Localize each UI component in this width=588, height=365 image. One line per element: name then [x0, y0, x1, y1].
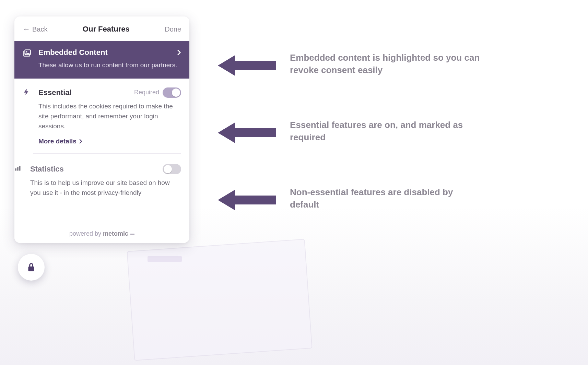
features-card: ← Back Our Features Done Embedded Con: [14, 16, 189, 243]
required-label: Required: [134, 89, 159, 96]
annotation-2: Essential features are on, and marked as…: [218, 119, 482, 145]
arrow-left-icon: [218, 121, 276, 145]
annotation-text: Essential features are on, and marked as…: [290, 119, 482, 144]
back-label: Back: [32, 25, 47, 33]
back-button[interactable]: ← Back: [23, 25, 47, 33]
more-details-label: More details: [38, 138, 77, 145]
section-embedded-content[interactable]: Embedded Content These allow us to run c…: [14, 41, 189, 79]
footer-prefix: powered by: [69, 230, 103, 237]
svg-rect-5: [28, 267, 34, 271]
essential-desc: This includes the cookies required to ma…: [38, 101, 181, 131]
card-footer: powered by metomic: [14, 224, 189, 243]
svg-rect-4: [19, 166, 20, 170]
card-header: ← Back Our Features Done: [14, 16, 189, 41]
images-icon: [23, 49, 32, 70]
annotation-1: Embedded content is highlighted so you c…: [218, 51, 482, 78]
arrow-left-icon: [218, 188, 276, 212]
chevron-right-icon: [177, 49, 181, 56]
cursor-icon: [130, 234, 134, 235]
annotation-text: Non-essential features are disabled by d…: [290, 186, 482, 211]
arrow-left-icon: ←: [23, 25, 30, 33]
statistics-toggle[interactable]: [163, 164, 181, 174]
chevron-right-icon: [79, 139, 82, 144]
statistics-title: Statistics: [30, 165, 64, 174]
privacy-lock-button[interactable]: [18, 254, 45, 281]
sections-scroll: Embedded Content These allow us to run c…: [14, 41, 189, 224]
svg-rect-3: [17, 167, 18, 170]
bolt-icon: [23, 88, 32, 145]
essential-title: Essential: [38, 88, 72, 97]
statistics-desc: This is to help us improve our site base…: [30, 178, 181, 198]
annotation-3: Non-essential features are disabled by d…: [218, 186, 482, 212]
svg-rect-2: [15, 168, 16, 171]
page-title: Our Features: [83, 25, 130, 34]
arrow-left-icon: [218, 54, 276, 78]
embedded-title: Embedded Content: [38, 48, 108, 57]
bars-icon: [14, 165, 24, 198]
more-details-link[interactable]: More details: [38, 138, 82, 145]
backdrop-shape-bar: [148, 256, 182, 262]
footer-brand: metomic: [103, 230, 128, 237]
section-essential: Essential Required This includes the coo…: [14, 79, 189, 153]
svg-point-1: [26, 51, 27, 52]
lock-icon: [27, 262, 36, 272]
essential-toggle: [163, 87, 181, 98]
done-button[interactable]: Done: [165, 25, 181, 33]
annotations: Embedded content is highlighted so you c…: [218, 51, 482, 253]
annotation-text: Embedded content is highlighted so you c…: [290, 51, 482, 76]
section-statistics: Statistics This is to help us improve ou…: [33, 153, 181, 206]
embedded-desc: These allow us to run content from our p…: [38, 60, 181, 70]
